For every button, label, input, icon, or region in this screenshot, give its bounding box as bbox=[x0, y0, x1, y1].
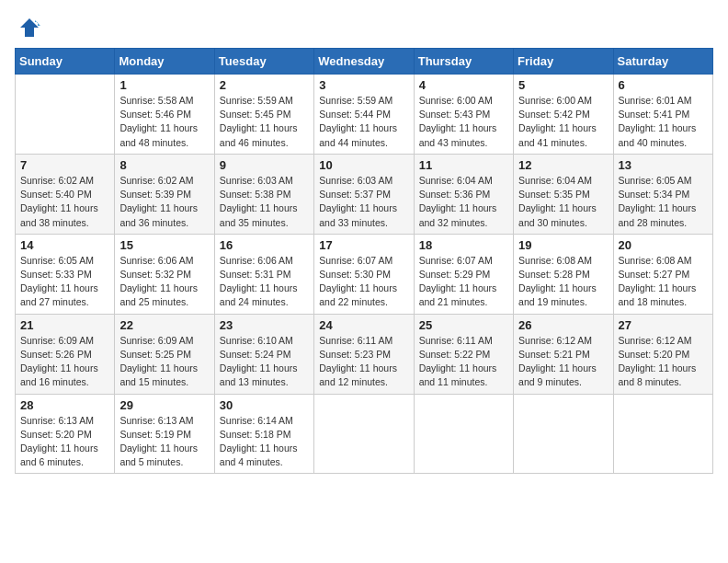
day-info: Sunrise: 6:08 AMSunset: 5:27 PMDaylight:… bbox=[619, 254, 708, 310]
week-row-0: 1Sunrise: 5:58 AMSunset: 5:46 PMDaylight… bbox=[16, 75, 713, 155]
day-number: 3 bbox=[319, 78, 408, 92]
calendar-cell: 11Sunrise: 6:04 AMSunset: 5:36 PMDayligh… bbox=[414, 154, 513, 234]
day-number: 13 bbox=[619, 158, 708, 172]
day-info: Sunrise: 6:07 AMSunset: 5:30 PMDaylight:… bbox=[319, 254, 408, 310]
calendar-cell: 6Sunrise: 6:01 AMSunset: 5:41 PMDaylight… bbox=[613, 75, 712, 155]
logo-icon bbox=[17, 15, 42, 40]
calendar-table: SundayMondayTuesdayWednesdayThursdayFrid… bbox=[15, 48, 713, 474]
day-number: 18 bbox=[419, 238, 508, 252]
day-info: Sunrise: 6:03 AMSunset: 5:37 PMDaylight:… bbox=[319, 174, 408, 230]
day-info: Sunrise: 6:05 AMSunset: 5:33 PMDaylight:… bbox=[20, 254, 109, 310]
day-info: Sunrise: 6:11 AMSunset: 5:23 PMDaylight:… bbox=[319, 334, 408, 390]
day-info: Sunrise: 6:14 AMSunset: 5:18 PMDaylight:… bbox=[220, 414, 309, 470]
calendar-cell: 5Sunrise: 6:00 AMSunset: 5:42 PMDaylight… bbox=[514, 75, 613, 155]
calendar-cell: 12Sunrise: 6:04 AMSunset: 5:35 PMDayligh… bbox=[514, 154, 613, 234]
day-info: Sunrise: 6:12 AMSunset: 5:20 PMDaylight:… bbox=[619, 334, 708, 390]
calendar-cell: 10Sunrise: 6:03 AMSunset: 5:37 PMDayligh… bbox=[314, 154, 414, 234]
day-info: Sunrise: 6:01 AMSunset: 5:41 PMDaylight:… bbox=[619, 94, 708, 150]
calendar-cell: 2Sunrise: 5:59 AMSunset: 5:45 PMDaylight… bbox=[214, 75, 313, 155]
day-info: Sunrise: 6:00 AMSunset: 5:42 PMDaylight:… bbox=[518, 94, 608, 150]
day-number: 10 bbox=[319, 158, 408, 172]
week-row-3: 21Sunrise: 6:09 AMSunset: 5:26 PMDayligh… bbox=[16, 314, 713, 394]
calendar-cell: 19Sunrise: 6:08 AMSunset: 5:28 PMDayligh… bbox=[514, 234, 613, 314]
logo bbox=[15, 15, 42, 40]
day-info: Sunrise: 6:07 AMSunset: 5:29 PMDaylight:… bbox=[419, 254, 508, 310]
calendar-cell: 14Sunrise: 6:05 AMSunset: 5:33 PMDayligh… bbox=[16, 234, 115, 314]
day-number: 22 bbox=[119, 318, 209, 332]
calendar-cell: 25Sunrise: 6:11 AMSunset: 5:22 PMDayligh… bbox=[414, 314, 513, 394]
day-number: 7 bbox=[20, 158, 109, 172]
calendar-cell: 7Sunrise: 6:02 AMSunset: 5:40 PMDaylight… bbox=[16, 154, 115, 234]
day-number: 19 bbox=[518, 238, 608, 252]
day-info: Sunrise: 5:58 AMSunset: 5:46 PMDaylight:… bbox=[119, 94, 209, 150]
calendar-cell bbox=[613, 394, 712, 474]
header-friday: Friday bbox=[514, 49, 613, 75]
calendar-cell: 15Sunrise: 6:06 AMSunset: 5:32 PMDayligh… bbox=[115, 234, 214, 314]
day-info: Sunrise: 6:04 AMSunset: 5:35 PMDaylight:… bbox=[518, 174, 608, 230]
day-info: Sunrise: 6:12 AMSunset: 5:21 PMDaylight:… bbox=[518, 334, 608, 390]
week-row-2: 14Sunrise: 6:05 AMSunset: 5:33 PMDayligh… bbox=[16, 234, 713, 314]
calendar-cell: 26Sunrise: 6:12 AMSunset: 5:21 PMDayligh… bbox=[514, 314, 613, 394]
calendar-cell bbox=[314, 394, 414, 474]
week-row-1: 7Sunrise: 6:02 AMSunset: 5:40 PMDaylight… bbox=[16, 154, 713, 234]
day-number: 17 bbox=[319, 238, 408, 252]
calendar-cell: 8Sunrise: 6:02 AMSunset: 5:39 PMDaylight… bbox=[115, 154, 214, 234]
day-info: Sunrise: 6:09 AMSunset: 5:25 PMDaylight:… bbox=[119, 334, 209, 390]
day-number: 2 bbox=[220, 78, 309, 92]
day-info: Sunrise: 6:10 AMSunset: 5:24 PMDaylight:… bbox=[220, 334, 309, 390]
day-number: 11 bbox=[419, 158, 508, 172]
calendar-cell: 13Sunrise: 6:05 AMSunset: 5:34 PMDayligh… bbox=[613, 154, 712, 234]
day-info: Sunrise: 6:04 AMSunset: 5:36 PMDaylight:… bbox=[419, 174, 508, 230]
day-number: 9 bbox=[220, 158, 309, 172]
day-info: Sunrise: 6:13 AMSunset: 5:20 PMDaylight:… bbox=[20, 414, 109, 470]
day-number: 4 bbox=[419, 78, 508, 92]
day-info: Sunrise: 6:05 AMSunset: 5:34 PMDaylight:… bbox=[619, 174, 708, 230]
day-number: 23 bbox=[220, 318, 309, 332]
calendar-cell: 30Sunrise: 6:14 AMSunset: 5:18 PMDayligh… bbox=[214, 394, 313, 474]
calendar-cell: 29Sunrise: 6:13 AMSunset: 5:19 PMDayligh… bbox=[115, 394, 214, 474]
day-info: Sunrise: 6:08 AMSunset: 5:28 PMDaylight:… bbox=[518, 254, 608, 310]
calendar-cell: 4Sunrise: 6:00 AMSunset: 5:43 PMDaylight… bbox=[414, 75, 513, 155]
calendar-cell: 18Sunrise: 6:07 AMSunset: 5:29 PMDayligh… bbox=[414, 234, 513, 314]
day-number: 16 bbox=[220, 238, 309, 252]
day-info: Sunrise: 6:09 AMSunset: 5:26 PMDaylight:… bbox=[20, 334, 109, 390]
header-wednesday: Wednesday bbox=[314, 49, 414, 75]
calendar-cell: 1Sunrise: 5:58 AMSunset: 5:46 PMDaylight… bbox=[115, 75, 214, 155]
day-number: 14 bbox=[20, 238, 109, 252]
day-number: 26 bbox=[518, 318, 608, 332]
day-number: 29 bbox=[119, 398, 209, 412]
day-number: 8 bbox=[119, 158, 209, 172]
day-number: 5 bbox=[518, 78, 608, 92]
header-monday: Monday bbox=[115, 49, 214, 75]
day-info: Sunrise: 6:00 AMSunset: 5:43 PMDaylight:… bbox=[419, 94, 508, 150]
calendar-cell: 27Sunrise: 6:12 AMSunset: 5:20 PMDayligh… bbox=[613, 314, 712, 394]
header-thursday: Thursday bbox=[414, 49, 513, 75]
calendar-cell: 9Sunrise: 6:03 AMSunset: 5:38 PMDaylight… bbox=[214, 154, 313, 234]
calendar-cell bbox=[16, 75, 115, 155]
day-info: Sunrise: 6:13 AMSunset: 5:19 PMDaylight:… bbox=[119, 414, 209, 470]
day-info: Sunrise: 6:03 AMSunset: 5:38 PMDaylight:… bbox=[220, 174, 309, 230]
day-info: Sunrise: 6:06 AMSunset: 5:31 PMDaylight:… bbox=[220, 254, 309, 310]
calendar-cell bbox=[514, 394, 613, 474]
day-number: 20 bbox=[619, 238, 708, 252]
day-info: Sunrise: 6:02 AMSunset: 5:39 PMDaylight:… bbox=[119, 174, 209, 230]
header-sunday: Sunday bbox=[16, 49, 115, 75]
calendar-cell: 3Sunrise: 5:59 AMSunset: 5:44 PMDaylight… bbox=[314, 75, 414, 155]
calendar-cell: 20Sunrise: 6:08 AMSunset: 5:27 PMDayligh… bbox=[613, 234, 712, 314]
day-info: Sunrise: 6:06 AMSunset: 5:32 PMDaylight:… bbox=[119, 254, 209, 310]
day-number: 12 bbox=[518, 158, 608, 172]
day-number: 15 bbox=[119, 238, 209, 252]
calendar-cell: 24Sunrise: 6:11 AMSunset: 5:23 PMDayligh… bbox=[314, 314, 414, 394]
calendar-cell: 23Sunrise: 6:10 AMSunset: 5:24 PMDayligh… bbox=[214, 314, 313, 394]
day-info: Sunrise: 5:59 AMSunset: 5:45 PMDaylight:… bbox=[220, 94, 309, 150]
day-number: 24 bbox=[319, 318, 408, 332]
calendar-cell: 17Sunrise: 6:07 AMSunset: 5:30 PMDayligh… bbox=[314, 234, 414, 314]
header-tuesday: Tuesday bbox=[214, 49, 313, 75]
day-number: 1 bbox=[119, 78, 209, 92]
page-header bbox=[15, 15, 713, 40]
calendar-header-row: SundayMondayTuesdayWednesdayThursdayFrid… bbox=[16, 49, 713, 75]
day-number: 27 bbox=[619, 318, 708, 332]
day-info: Sunrise: 5:59 AMSunset: 5:44 PMDaylight:… bbox=[319, 94, 408, 150]
day-number: 6 bbox=[619, 78, 708, 92]
day-number: 21 bbox=[20, 318, 109, 332]
